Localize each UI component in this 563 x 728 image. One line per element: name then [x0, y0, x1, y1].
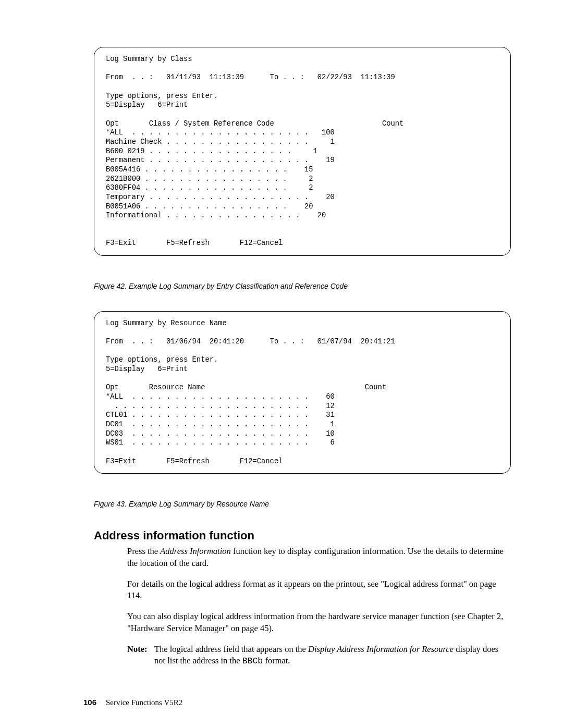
screen2-row: DC03 . . . . . . . . . . . . . . . . . .… — [106, 430, 335, 438]
screen2-content: Log Summary by Resource Name From . . : … — [106, 319, 499, 466]
footer-text: Service Functions V5R2 — [106, 698, 182, 707]
screen2-row: *ALL . . . . . . . . . . . . . . . . . .… — [106, 393, 335, 401]
screen2-header: Opt Resource Name Count — [106, 384, 386, 391]
page-number: 106 — [83, 698, 96, 707]
screen1-row: 2621B000 . . . . . . . . . . . . . . . .… — [106, 175, 313, 183]
screen2-opts1: Type options, press Enter. — [106, 356, 218, 364]
screen1-row: B600 0219 . . . . . . . . . . . . . . . … — [106, 147, 317, 155]
screen1-content: Log Summary by Class From . . : 01/11/93… — [106, 55, 499, 248]
screen1-row: Permanent . . . . . . . . . . . . . . . … — [106, 156, 335, 164]
screen1-opts1: Type options, press Enter. — [106, 92, 218, 100]
screen2-row: WS01 . . . . . . . . . . . . . . . . . .… — [106, 439, 335, 447]
note-text-a: The logical address field that appears o… — [154, 644, 308, 654]
screen2-fkeys: F3=Exit F5=Refresh F12=Cancel — [106, 458, 283, 465]
screen1-row: 6380FF04 . . . . . . . . . . . . . . . .… — [106, 184, 313, 192]
note-mono: BBCb — [242, 656, 263, 666]
screen2-title: Log Summary by Resource Name — [106, 319, 227, 327]
note-italic: Display Address Information for Resource — [308, 644, 454, 654]
screen1-row: Machine Check . . . . . . . . . . . . . … — [106, 138, 335, 146]
paragraph-1: Press the Address Information function k… — [127, 546, 511, 569]
screen1-opts2: 5=Display 6=Print — [106, 101, 188, 109]
terminal-screen-2: Log Summary by Resource Name From . . : … — [94, 311, 511, 474]
figure-42-caption: Figure 42. Example Log Summary by Entry … — [94, 282, 511, 290]
p1-text-a: Press the — [127, 546, 160, 556]
page-footer: 106Service Functions V5R2 — [83, 698, 182, 707]
screen2-row: DC01 . . . . . . . . . . . . . . . . . .… — [106, 421, 335, 428]
paragraph-3: You can also display logical address inf… — [127, 611, 511, 634]
screen2-row: CTL01 . . . . . . . . . . . . . . . . . … — [106, 411, 335, 419]
screen1-fkeys: F3=Exit F5=Refresh F12=Cancel — [106, 239, 283, 247]
terminal-screen-1: Log Summary by Class From . . : 01/11/93… — [94, 47, 511, 256]
screen2-range: From . . : 01/06/94 20:41:20 To . . : 01… — [106, 338, 395, 346]
screen1-header: Opt Class / System Reference Code Count — [106, 120, 403, 128]
note-block: Note: The logical address field that app… — [127, 644, 511, 668]
section-body: Press the Address Information function k… — [127, 546, 511, 667]
screen2-opts2: 5=Display 6=Print — [106, 365, 188, 373]
screen1-row: B005A416 . . . . . . . . . . . . . . . .… — [106, 166, 313, 174]
note-body: The logical address field that appears o… — [154, 644, 511, 668]
screen1-row: Informational . . . . . . . . . . . . . … — [106, 212, 326, 219]
screen1-row: *ALL . . . . . . . . . . . . . . . . . .… — [106, 129, 335, 137]
page: Log Summary by Class From . . : 01/11/93… — [0, 0, 563, 728]
screen1-title: Log Summary by Class — [106, 55, 192, 63]
screen2-row: . . . . . . . . . . . . . . . . . . . . … — [106, 402, 335, 410]
p1-italic: Address Information — [160, 546, 231, 556]
note-text-c: format. — [263, 656, 290, 665]
figure-43-caption: Figure 43. Example Log Summary by Resour… — [94, 500, 511, 508]
note-label: Note: — [127, 644, 154, 668]
screen1-row: B0051A06 . . . . . . . . . . . . . . . .… — [106, 203, 313, 211]
screen1-range: From . . : 01/11/93 11:13:39 To . . : 02… — [106, 73, 395, 81]
screen1-row: Temporary . . . . . . . . . . . . . . . … — [106, 193, 335, 201]
section-heading: Address information function — [94, 529, 511, 542]
paragraph-2: For details on the logical address forma… — [127, 578, 511, 602]
